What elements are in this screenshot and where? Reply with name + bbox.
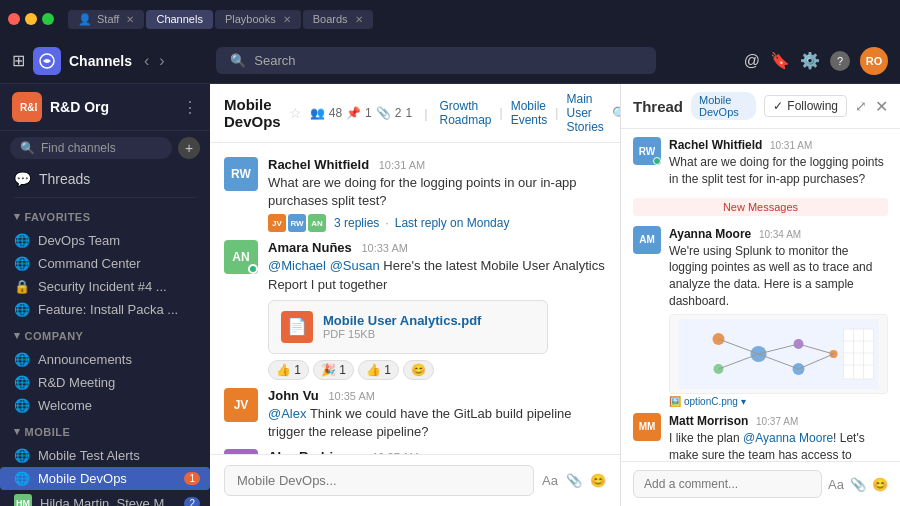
thread-emoji-icon[interactable]: 😊	[872, 477, 888, 492]
tab-staff-close[interactable]: ✕	[126, 14, 134, 25]
attach-icon[interactable]: 📎	[566, 473, 582, 488]
expand-thread-button[interactable]: ⤢	[855, 98, 867, 114]
channel-header: Mobile DevOps ☆ 👥 48 📌 1 📎 2 1 | Growth …	[210, 84, 620, 143]
msg-author-3: John Vu	[268, 388, 319, 403]
tab-staff-icon: 👤	[78, 13, 92, 26]
reaction-tada[interactable]: 🎉 1	[313, 360, 354, 380]
help-icon[interactable]: ?	[830, 51, 850, 71]
avatar-john-vu-3: JV	[224, 388, 258, 422]
thread-format-icon[interactable]: Aa	[828, 477, 844, 492]
company-section-title[interactable]: ▾ COMPANY	[14, 329, 198, 342]
at-icon[interactable]: @	[744, 52, 760, 70]
channel-title: Mobile DevOps	[224, 96, 281, 130]
thread-attach-icon[interactable]: 📎	[850, 477, 866, 492]
lock-icon: 🔒	[14, 279, 30, 294]
search-bar[interactable]: 🔍 Search	[216, 47, 656, 74]
global-search-area[interactable]: 🔍 Search	[216, 47, 656, 74]
growth-roadmap-link[interactable]: Growth Roadmap	[440, 99, 492, 127]
user-avatar[interactable]: RO	[860, 47, 888, 75]
new-messages-banner: New Messages	[633, 198, 888, 216]
msg-replies-1[interactable]: JV RW AN 3 replies · Last reply on Monda…	[268, 214, 606, 232]
message-1-body: Rachel Whitfield 10:31 AM What are we do…	[268, 157, 606, 232]
sidebar-threads-item[interactable]: 💬 Threads	[0, 165, 210, 193]
mobile-events-link[interactable]: Mobile Events	[511, 99, 548, 127]
favorites-section: ▾ FAVORITES	[0, 202, 210, 229]
back-button[interactable]: ‹	[140, 50, 153, 72]
sidebar-item-announcements[interactable]: 🌐 Announcements	[0, 348, 210, 371]
reaction-smile[interactable]: 😊	[403, 360, 434, 380]
tab-playbooks-close[interactable]: ✕	[283, 14, 291, 25]
thread-msg-2: MM Matt Morrison 10:37 AM I like the pla…	[633, 413, 888, 461]
msg-text-1: What are we doing for the logging points…	[268, 174, 606, 210]
thread-avatar-ayanna: AM	[633, 226, 661, 254]
sidebar-item-security-incident[interactable]: 🔒 Security Incident #4 ...	[0, 275, 210, 298]
sidebar-item-command-center[interactable]: 🌐 Command Center	[0, 252, 210, 275]
search-placeholder: Search	[254, 53, 295, 68]
message-group-4: AR Alex Rodriguez 10:37 AM We could defi…	[224, 445, 606, 454]
close-thread-button[interactable]: ✕	[875, 97, 888, 116]
threads-label: Threads	[39, 171, 90, 187]
mention-ayanna: @Ayanna Moore	[743, 431, 833, 445]
following-button[interactable]: ✓ Following	[764, 95, 847, 117]
forward-button[interactable]: ›	[155, 50, 168, 72]
channel-input-area: Aa 📎 😊	[210, 454, 620, 506]
reaction-thumbsup[interactable]: 👍 1	[268, 360, 309, 380]
thread-orig-body: Rachel Whitfield 10:31 AM What are we do…	[669, 137, 888, 188]
settings-icon[interactable]: ⚙️	[800, 51, 820, 70]
workspace-menu-button[interactable]: ⋮	[182, 98, 198, 117]
workspace-name: R&D Org	[50, 99, 109, 115]
thread-msg-1-body: Ayanna Moore 10:34 AM We're using Splunk…	[669, 226, 888, 407]
thread-comment-input[interactable]	[633, 470, 822, 498]
emoji-icon[interactable]: 😊	[590, 473, 606, 488]
close-traffic-light[interactable]	[8, 13, 20, 25]
find-channels-button[interactable]: 🔍 Find channels	[10, 137, 172, 159]
sidebar-item-welcome[interactable]: 🌐 Welcome	[0, 394, 210, 417]
tab-playbooks[interactable]: Playbooks ✕	[215, 10, 301, 29]
pdf-icon: 📄	[281, 311, 313, 343]
minimize-traffic-light[interactable]	[25, 13, 37, 25]
tab-staff[interactable]: 👤 Staff ✕	[68, 10, 144, 29]
msg-time-1: 10:31 AM	[379, 159, 425, 171]
thread-time-2: 10:37 AM	[756, 416, 798, 427]
tab-channels[interactable]: Channels	[146, 10, 212, 29]
workspace-logo	[33, 47, 61, 75]
format-icon[interactable]: Aa	[542, 473, 558, 488]
grid-icon[interactable]: ⊞	[12, 51, 25, 70]
sidebar-item-rd-meeting[interactable]: 🌐 R&D Meeting	[0, 371, 210, 394]
chart-file-name: optionC.png	[684, 396, 738, 407]
thread-orig-author: Rachel Whitfield	[669, 138, 762, 152]
svg-rect-16	[844, 329, 874, 379]
chart-file-dropdown[interactable]: ▾	[741, 396, 746, 407]
main-user-stories-link[interactable]: Main User Stories	[566, 92, 603, 134]
message-input[interactable]	[224, 465, 534, 496]
favorites-section-title[interactable]: ▾ FAVORITES	[14, 210, 198, 223]
thread-text-1: We're using Splunk to monitor the loggin…	[669, 243, 888, 310]
sidebar-item-mobile-devops[interactable]: 🌐 Mobile DevOps 1	[0, 467, 210, 490]
channels-logo-icon	[39, 53, 55, 69]
thread-orig-text: What are we doing for the logging points…	[669, 154, 888, 188]
chart-filename: 🖼️ optionC.png ▾	[669, 396, 888, 407]
sidebar-item-devops-team[interactable]: 🌐 DevOps Team	[0, 229, 210, 252]
sidebar-item-hilda-martin[interactable]: HM Hilda Martin, Steve M... 2	[0, 490, 210, 506]
thread-msg-1: AM Ayanna Moore 10:34 AM We're using Spl…	[633, 226, 888, 407]
threads-icon: 💬	[14, 171, 31, 187]
channel-search-icon[interactable]: 🔍	[612, 106, 620, 121]
mobile-section: ▾ MOBILE	[0, 417, 210, 444]
tab-boards-close[interactable]: ✕	[355, 14, 363, 25]
reply-avatars-1: JV RW AN	[268, 214, 328, 232]
tab-boards[interactable]: Boards ✕	[303, 10, 373, 29]
nav-arrows: ‹ ›	[140, 50, 169, 72]
bookmark-icon[interactable]: 🔖	[770, 51, 790, 70]
last-reply-1: Last reply on Monday	[395, 216, 510, 230]
sidebar-item-mobile-test-alerts[interactable]: 🌐 Mobile Test Alerts	[0, 444, 210, 467]
channel-area: Mobile DevOps ☆ 👥 48 📌 1 📎 2 1 | Growth …	[210, 84, 620, 506]
find-channels-icon: 🔍	[20, 141, 35, 155]
thread-orig-avatar: RW	[633, 137, 661, 165]
sidebar-item-feature-install[interactable]: 🌐 Feature: Install Packa ...	[0, 298, 210, 321]
add-channel-button[interactable]: +	[178, 137, 200, 159]
channel-star-button[interactable]: ☆	[289, 105, 302, 121]
mobile-section-title[interactable]: ▾ MOBILE	[14, 425, 198, 438]
maximize-traffic-light[interactable]	[42, 13, 54, 25]
attachment-pdf[interactable]: 📄 Mobile User Analytics.pdf PDF 15KB	[268, 300, 548, 354]
reaction-plus1[interactable]: 👍 1	[358, 360, 399, 380]
